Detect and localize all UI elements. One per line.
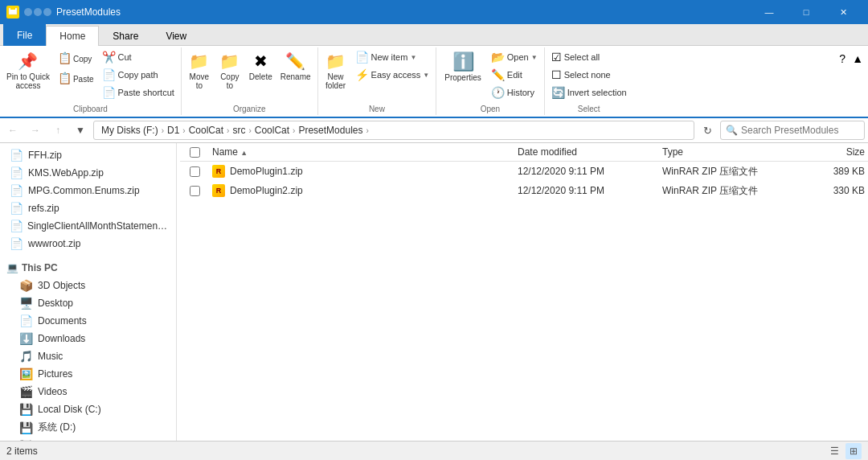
details-view-button[interactable]: ☰ (826, 443, 842, 459)
open-label: Open (481, 105, 500, 113)
title-dot (43, 8, 51, 16)
tab-view[interactable]: View (152, 26, 200, 46)
paste-shortcut-button[interactable]: 📄 Paste shortcut (99, 84, 178, 101)
copy-to-button[interactable]: 📁 Copyto (215, 49, 244, 92)
search-input[interactable] (741, 125, 862, 136)
zip-icon: 📄 (10, 220, 23, 232)
open-button[interactable]: 📂 Open ▼ (488, 49, 541, 65)
back-button[interactable]: ← (3, 121, 23, 140)
edit-icon: ✏️ (491, 68, 505, 81)
zip-icon: 📄 (10, 184, 23, 197)
select-none-icon: ☐ (551, 68, 562, 81)
sidebar-item-music[interactable]: 🎵 Music (0, 347, 176, 365)
properties-button[interactable]: ℹ️ Properties (440, 49, 486, 84)
file-checkbox-2[interactable] (190, 186, 200, 196)
sidebar-item-refs[interactable]: 📄 refs.zip (0, 199, 176, 217)
zip-icon: 📄 (10, 237, 23, 250)
breadcrumb-src[interactable]: src (230, 124, 248, 137)
invert-selection-button[interactable]: 🔄 Invert selection (548, 84, 630, 101)
large-icons-view-button[interactable]: ⊞ (845, 443, 862, 459)
breadcrumb-root[interactable]: My Disks (F:) (99, 124, 161, 137)
address-bar-container: ← → ↑ ▼ My Disks (F:) › D1 › CoolCat › s… (0, 118, 868, 143)
sidebar: 📄 FFH.zip 📄 KMS.WebApp.zip 📄 MPG.Common.… (0, 143, 177, 441)
up-button[interactable]: ↑ (48, 121, 68, 140)
sidebar-item-mpg[interactable]: 📄 MPG.Common.Enums.zip (0, 182, 176, 199)
select-all-checkbox[interactable] (190, 147, 200, 158)
window-title: PresetModules (56, 6, 121, 18)
address-bar[interactable]: My Disks (F:) › D1 › CoolCat › src › Coo… (93, 121, 694, 140)
history-button[interactable]: 🕐 History (488, 84, 541, 101)
rename-button[interactable]: ✏️ Rename (277, 49, 314, 84)
main-content: 📄 FFH.zip 📄 KMS.WebApp.zip 📄 MPG.Common.… (0, 143, 868, 441)
sidebar-section-thispc[interactable]: 💻 This PC (0, 259, 176, 277)
column-type[interactable]: Type (659, 145, 788, 159)
sidebar-item-documents[interactable]: 📄 Documents (0, 312, 176, 330)
file-icon-1: R (212, 165, 225, 178)
pin-to-quick-access-button[interactable]: 📌 Pin to Quickaccess (3, 49, 53, 92)
clipboard-label: Clipboard (73, 105, 108, 113)
select-all-button[interactable]: ☑ Select all (548, 49, 630, 65)
paste-button[interactable]: 📋 Paste (55, 69, 97, 88)
sidebar-item-downloads[interactable]: ⬇️ Downloads (0, 330, 176, 347)
tab-home[interactable]: Home (46, 26, 99, 46)
recent-locations-button[interactable]: ▼ (71, 121, 90, 140)
easy-access-button[interactable]: ⚡ Easy access ▼ (352, 67, 433, 83)
breadcrumb-presetmodules[interactable]: PresetModules (296, 124, 365, 137)
new-folder-button[interactable]: 📁 Newfolder (321, 49, 350, 92)
ribbon-collapse-button[interactable]: ▲ (850, 51, 865, 67)
sidebar-item-wwwroot[interactable]: 📄 wwwroot.zip (0, 235, 176, 253)
sidebar-item-systemd[interactable]: 💾 系统 (D:) (0, 418, 176, 437)
delete-icon: ✖ (254, 51, 268, 71)
tab-file[interactable]: File (3, 24, 46, 46)
copy-icon: 📋 (58, 51, 72, 65)
file-size-1: 389 KB (788, 166, 868, 177)
file-checkbox-1[interactable] (190, 166, 200, 177)
ribbon-group-organize: 📁 Moveto 📁 Copyto ✖ Delete ✏️ Rename Org… (182, 47, 318, 115)
select-none-button[interactable]: ☐ Select none (548, 67, 630, 83)
sidebar-item-localc[interactable]: 💾 Local Disk (C:) (0, 400, 176, 418)
table-row[interactable]: R DemoPlugin1.zip 12/12/2020 9:11 PM Win… (180, 162, 868, 181)
invert-selection-icon: 🔄 (551, 86, 565, 99)
file-list-header: Name ▲ Date modified Type Size (180, 143, 868, 162)
zip-icon: 📄 (10, 166, 23, 179)
ribbon: 📌 Pin to Quickaccess 📋 Copy 📋 Paste ✂️ C… (0, 46, 868, 118)
sidebar-item-pictures[interactable]: 🖼️ Pictures (0, 365, 176, 383)
easy-access-icon: ⚡ (355, 68, 369, 81)
3dobjects-icon: 📦 (19, 279, 33, 292)
maximize-button[interactable]: □ (788, 0, 825, 24)
edit-button[interactable]: ✏️ Edit (488, 67, 541, 83)
column-size[interactable]: Size (788, 145, 868, 159)
search-box[interactable]: 🔍 (720, 121, 865, 140)
breadcrumb-coolcat2[interactable]: CoolCat (252, 124, 292, 137)
breadcrumb-d1[interactable]: D1 (165, 124, 182, 137)
minimize-button[interactable]: — (751, 0, 788, 24)
sidebar-item-desktop[interactable]: 🖥️ Desktop (0, 294, 176, 312)
sidebar-item-ffh[interactable]: 📄 FFH.zip (0, 146, 176, 164)
forward-button[interactable]: → (26, 121, 45, 140)
sidebar-item-videos[interactable]: 🎬 Videos (0, 383, 176, 400)
drive-c-icon: 💾 (19, 403, 33, 416)
column-name[interactable]: Name ▲ (209, 145, 514, 159)
copy-to-icon: 📁 (219, 51, 240, 71)
select-all-icon: ☑ (551, 51, 562, 64)
copy-path-button[interactable]: 📄 Copy path (99, 67, 178, 83)
close-button[interactable]: ✕ (825, 0, 862, 24)
item-count: 2 items (6, 446, 38, 457)
copy-button[interactable]: 📋 Copy (55, 49, 97, 68)
refresh-button[interactable]: ↻ (698, 121, 717, 140)
delete-button[interactable]: ✖ Delete (246, 49, 276, 84)
new-item-button[interactable]: 📄 New item ▼ (352, 49, 433, 65)
tab-share[interactable]: Share (99, 26, 152, 46)
move-to-button[interactable]: 📁 Moveto (185, 49, 214, 92)
sidebar-item-single[interactable]: 📄 SingleClientAllMonthStatementPDFS- (0, 217, 176, 235)
column-date-modified[interactable]: Date modified (514, 145, 659, 159)
cut-button[interactable]: ✂️ Cut (99, 49, 178, 65)
sidebar-item-3dobjects[interactable]: 📦 3D Objects (0, 277, 176, 294)
table-row[interactable]: R DemoPlugin2.zip 12/12/2020 9:11 PM Win… (180, 181, 868, 200)
breadcrumb-coolcat1[interactable]: CoolCat (186, 124, 226, 137)
properties-icon: ℹ️ (452, 51, 474, 72)
file-type-1: WinRAR ZIP 压缩文件 (659, 165, 788, 179)
title-bar: PresetModules — □ ✕ (0, 0, 868, 24)
help-button[interactable]: ? (837, 51, 847, 67)
sidebar-item-kms[interactable]: 📄 KMS.WebApp.zip (0, 164, 176, 182)
